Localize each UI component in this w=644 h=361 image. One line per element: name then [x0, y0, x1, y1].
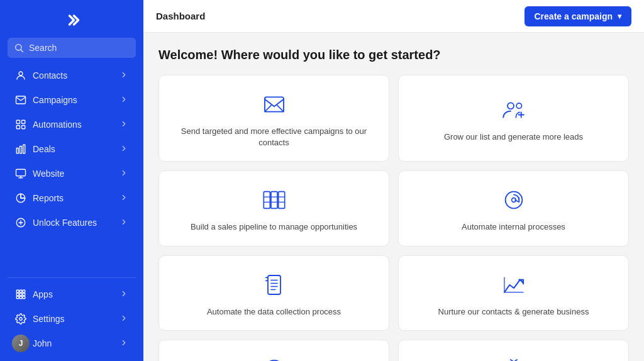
gear-icon [15, 313, 26, 325]
plus-circle-icon [15, 217, 26, 228]
sidebar-item-campaigns[interactable]: Campaigns [5, 88, 138, 112]
sidebar-item-john[interactable]: J John [5, 331, 138, 355]
sidebar-divider [8, 277, 136, 278]
chevron-icon [119, 338, 128, 349]
sidebar-item-settings[interactable]: Settings [5, 307, 138, 331]
chevron-icon [119, 144, 128, 155]
create-campaign-label: Create a campaign [535, 11, 613, 21]
sidebar-item-website[interactable]: Website [5, 162, 138, 186]
chevron-right-icon [63, 11, 80, 29]
svg-rect-25 [23, 296, 25, 299]
svg-rect-45 [268, 275, 280, 294]
automate-circle-icon [500, 186, 528, 214]
chevron-icon [119, 70, 128, 81]
svg-rect-7 [22, 126, 25, 129]
create-campaign-button[interactable]: Create a campaign ▾ [525, 6, 632, 26]
sidebar-item-label: Website [33, 169, 113, 179]
svg-rect-17 [16, 290, 19, 292]
sidebar-item-label: Reports [33, 193, 113, 203]
svg-rect-37 [271, 192, 277, 209]
search-label: Search [29, 43, 57, 53]
card-convert-leads[interactable]: Convert current leads into customers [158, 340, 389, 361]
content-area: Welcome! Where would you like to get sta… [143, 33, 644, 361]
sidebar: Search Contacts Campaigns Automations [0, 0, 143, 361]
sidebar-bottom: Apps Settings J John [0, 282, 143, 361]
card-text: Nurture our contacts & generate business [438, 306, 589, 318]
brand-logo [0, 0, 143, 38]
svg-rect-20 [16, 293, 19, 296]
card-send-campaigns[interactable]: Send targeted and more effective campaig… [158, 75, 389, 162]
sidebar-item-apps[interactable]: Apps [5, 282, 138, 306]
coin-dollar-icon [260, 355, 288, 361]
sidebar-item-reports[interactable]: Reports [5, 186, 138, 210]
svg-rect-11 [16, 169, 26, 176]
sidebar-item-label: Contacts [33, 70, 113, 81]
chart-up-icon [500, 271, 528, 299]
chevron-icon [119, 218, 128, 228]
svg-rect-23 [16, 296, 19, 299]
svg-point-30 [508, 103, 514, 109]
cards-grid: Send targeted and more effective campaig… [158, 75, 629, 361]
page-title: Dashboard [156, 11, 205, 21]
topbar: Dashboard Create a campaign ▾ [143, 0, 644, 33]
person-icon [15, 70, 26, 81]
svg-rect-4 [16, 120, 19, 123]
card-data-collection[interactable]: Automate the data collection process [158, 255, 389, 331]
main-content: Dashboard Create a campaign ▾ Welcome! W… [143, 0, 644, 361]
chevron-icon [119, 95, 128, 106]
sidebar-item-label: Deals [33, 144, 113, 154]
card-text: Grow our list and generate more leads [444, 131, 583, 143]
svg-rect-6 [16, 126, 19, 129]
card-gather-data[interactable]: Gather better data from our contacts [398, 340, 629, 361]
svg-point-43 [505, 192, 522, 209]
dna-icon [500, 355, 528, 361]
card-text: Send targeted and more effective campaig… [172, 126, 376, 148]
svg-rect-22 [23, 293, 25, 296]
search-icon [14, 43, 24, 53]
chevron-icon [119, 289, 128, 300]
main-nav: Contacts Campaigns Automations Deals [0, 63, 143, 274]
chevron-icon [119, 314, 128, 325]
card-text: Build a sales pipeline to manage opportu… [191, 221, 357, 233]
chevron-icon [119, 169, 128, 179]
checklist-icon [260, 271, 288, 299]
envelope-icon [260, 91, 288, 118]
svg-rect-21 [19, 293, 22, 296]
pie-chart-icon [15, 192, 26, 204]
sidebar-item-automations[interactable]: Automations [5, 113, 138, 136]
sidebar-item-deals[interactable]: Deals [5, 137, 138, 161]
card-text: Automate the data collection process [207, 306, 341, 318]
chevron-icon [119, 193, 128, 204]
svg-rect-34 [264, 192, 270, 209]
svg-line-29 [277, 106, 284, 112]
svg-point-2 [19, 72, 23, 75]
people-add-icon [500, 96, 528, 124]
search-input[interactable]: Search [8, 38, 136, 58]
card-grow-list[interactable]: Grow our list and generate more leads [398, 75, 629, 162]
svg-rect-18 [19, 290, 22, 292]
sidebar-item-label: Unlock Features [33, 218, 113, 228]
svg-rect-19 [23, 290, 25, 292]
mail-icon [15, 94, 26, 106]
svg-point-26 [19, 318, 23, 321]
sidebar-item-unlock-features[interactable]: Unlock Features [5, 211, 138, 235]
card-text: Automate internal processes [462, 221, 565, 233]
avatar: J [15, 338, 26, 349]
grid-icon [15, 119, 26, 130]
pipeline-icon [260, 186, 288, 214]
svg-rect-40 [278, 192, 284, 209]
sidebar-item-contacts[interactable]: Contacts [5, 64, 138, 87]
svg-rect-5 [22, 120, 25, 123]
card-sales-pipeline[interactable]: Build a sales pipeline to manage opportu… [158, 170, 389, 246]
svg-line-1 [21, 50, 23, 52]
svg-point-31 [516, 103, 521, 108]
card-automate-processes[interactable]: Automate internal processes [398, 170, 629, 246]
sidebar-item-label: John [33, 338, 113, 348]
sidebar-item-label: Campaigns [33, 95, 113, 105]
svg-rect-8 [16, 148, 18, 153]
sidebar-item-label: Automations [33, 119, 113, 130]
svg-rect-10 [23, 145, 25, 153]
sidebar-item-label: Settings [33, 314, 113, 324]
card-nurture-contacts[interactable]: Nurture our contacts & generate business [398, 255, 629, 331]
chevron-icon [119, 119, 128, 130]
